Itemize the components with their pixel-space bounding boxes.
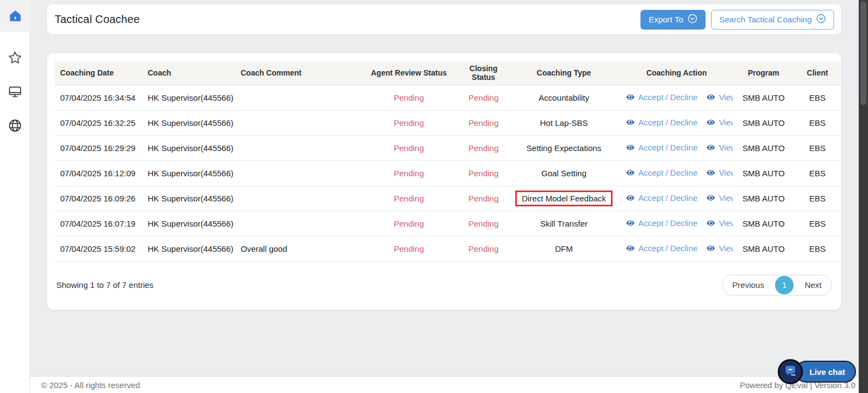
cell-closing-status: Pending <box>459 211 508 236</box>
col-client: Client <box>794 61 841 85</box>
main-area: Tactical Coachee Export To Search Tactic… <box>30 0 859 393</box>
header-actions: Export To Search Tactical Coaching <box>640 10 834 30</box>
cell-coaching-action: Accept / DeclineView <box>620 135 733 160</box>
view-link[interactable]: View <box>706 93 733 102</box>
eye-icon <box>626 245 635 252</box>
cell-coaching-type: Hot Lap-SBS <box>508 110 620 135</box>
accept-decline-label: Accept / Decline <box>638 168 697 177</box>
coaching-table: Coaching Date Coach Coach Comment Agent … <box>55 61 841 262</box>
chat-bubble-icon <box>778 359 803 384</box>
cell-agent-review-status: Pending <box>358 85 459 110</box>
cell-client: EBS <box>794 85 841 110</box>
cell-coaching-date: 07/04/2025 16:32:25 <box>55 110 142 135</box>
cell-program: SMB AUTO <box>733 211 794 236</box>
cell-coach-comment <box>235 186 358 211</box>
accept-decline-link[interactable]: Accept / Decline <box>626 218 697 228</box>
cell-coaching-action: Accept / DeclineView <box>620 186 733 211</box>
col-coach: Coach <box>142 61 235 85</box>
eye-icon <box>626 144 635 151</box>
vertical-scrollbar[interactable] <box>859 0 868 393</box>
chevron-down-circle-icon <box>816 14 826 25</box>
col-coach-comment: Coach Comment <box>235 61 358 85</box>
view-link[interactable]: View <box>706 118 733 127</box>
eye-icon <box>706 219 715 227</box>
view-link[interactable]: View <box>706 193 733 203</box>
table-footer: Showing 1 to 7 of 7 entries Previous 1 N… <box>55 275 834 296</box>
cell-client: EBS <box>794 211 841 236</box>
cell-agent-review-status: Pending <box>358 135 459 160</box>
search-tactical-coaching-button[interactable]: Search Tactical Coaching <box>711 10 834 30</box>
cell-coaching-date: 07/04/2025 16:09:26 <box>55 186 142 211</box>
view-label: View <box>719 118 733 127</box>
cell-coaching-action: Accept / DeclineView <box>620 85 733 110</box>
live-chat-button[interactable]: Live chat <box>778 359 856 384</box>
cell-program: SMB AUTO <box>733 110 794 135</box>
accept-decline-link[interactable]: Accept / Decline <box>626 168 697 177</box>
export-to-button[interactable]: Export To <box>640 10 706 30</box>
table-body: 07/04/2025 16:34:54HK Supervisor(445566)… <box>55 85 841 261</box>
view-link[interactable]: View <box>706 218 733 228</box>
cell-coach: HK Supervisor(445566) <box>142 186 235 211</box>
sidebar-item-home[interactable] <box>0 0 30 32</box>
table-row: 07/04/2025 16:12:09HK Supervisor(445566)… <box>55 160 841 186</box>
table-row: 07/04/2025 16:29:29HK Supervisor(445566)… <box>55 135 841 160</box>
cell-client: EBS <box>794 135 841 160</box>
cell-coaching-date: 07/04/2025 16:29:29 <box>55 135 142 160</box>
col-program: Program <box>733 61 794 85</box>
cell-program: SMB AUTO <box>733 160 794 186</box>
export-to-label: Export To <box>649 15 683 24</box>
cell-coach: HK Supervisor(445566) <box>142 85 235 110</box>
view-label: View <box>719 143 733 152</box>
accept-decline-label: Accept / Decline <box>638 218 697 228</box>
col-closing-status: Closing Status <box>459 61 508 85</box>
cell-program: SMB AUTO <box>733 135 794 160</box>
table-row: 07/04/2025 16:34:54HK Supervisor(445566)… <box>55 85 841 110</box>
col-coaching-date: Coaching Date <box>55 61 142 85</box>
previous-page-button[interactable]: Previous <box>723 275 774 295</box>
eye-icon <box>706 144 715 151</box>
copyright-text: © 2025 - All rights reserved <box>41 380 140 390</box>
accept-decline-label: Accept / Decline <box>638 244 697 253</box>
eye-icon <box>626 169 635 176</box>
view-link[interactable]: View <box>706 244 733 253</box>
eye-icon <box>706 245 715 252</box>
cell-client: EBS <box>794 110 841 135</box>
cell-agent-review-status: Pending <box>358 110 459 135</box>
cell-agent-review-status: Pending <box>358 211 459 236</box>
page-header: Tactical Coachee Export To Search Tactic… <box>47 4 841 34</box>
cell-coach: HK Supervisor(445566) <box>142 160 235 186</box>
eye-icon <box>706 94 715 101</box>
view-label: View <box>719 244 733 253</box>
cell-coaching-type: Skill Transfer <box>508 211 620 236</box>
accept-decline-link[interactable]: Accept / Decline <box>626 118 697 127</box>
accept-decline-link[interactable]: Accept / Decline <box>626 93 697 102</box>
chevron-down-circle-icon <box>688 14 697 25</box>
view-link[interactable]: View <box>706 168 733 177</box>
cell-coaching-action: Accept / DeclineView <box>620 236 733 261</box>
accept-decline-link[interactable]: Accept / Decline <box>626 244 697 253</box>
eye-icon <box>626 194 635 201</box>
cell-closing-status: Pending <box>459 236 508 261</box>
cell-coach-comment <box>235 110 358 135</box>
next-page-button[interactable]: Next <box>795 275 831 295</box>
live-chat-label: Live chat <box>809 367 845 377</box>
home-icon <box>8 9 22 23</box>
cell-coach: HK Supervisor(445566) <box>142 135 235 160</box>
cell-program: SMB AUTO <box>733 236 794 261</box>
accept-decline-link[interactable]: Accept / Decline <box>626 193 697 203</box>
current-page-button[interactable]: 1 <box>775 276 794 294</box>
scrollbar-thumb[interactable] <box>860 1 866 105</box>
eye-icon <box>626 219 635 227</box>
sidebar-item-dashboard[interactable] <box>0 76 30 107</box>
accept-decline-link[interactable]: Accept / Decline <box>626 143 697 152</box>
sidebar-item-favorites[interactable] <box>0 42 30 73</box>
cell-agent-review-status: Pending <box>358 160 459 186</box>
sidebar-item-global[interactable] <box>0 109 30 141</box>
cell-coach-comment <box>235 85 358 110</box>
accept-decline-label: Accept / Decline <box>638 143 697 152</box>
cell-coach-comment: Overall good <box>235 236 358 261</box>
table-row: 07/04/2025 15:59:02HK Supervisor(445566)… <box>55 236 841 261</box>
eye-icon <box>706 169 715 176</box>
search-tactical-coaching-label: Search Tactical Coaching <box>719 15 812 24</box>
view-link[interactable]: View <box>706 143 733 152</box>
